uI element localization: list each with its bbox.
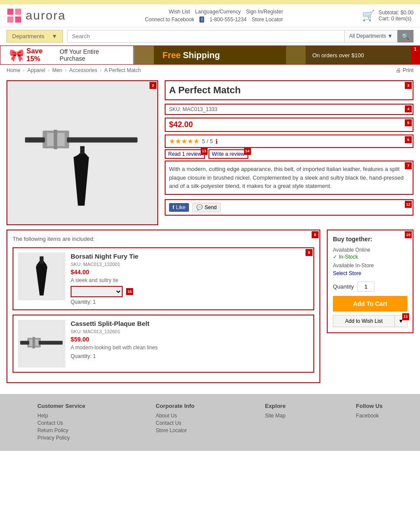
add-wish-list-button[interactable]: Add to Wish List xyxy=(333,315,395,327)
search-button[interactable]: 🔍 xyxy=(397,30,413,43)
svg-rect-22 xyxy=(20,341,29,345)
star-rating: ★★★★★ xyxy=(169,137,199,145)
print-button[interactable]: 🖨 Print xyxy=(396,67,413,73)
buy-together-badge: 10 xyxy=(405,231,412,238)
footer-corp-contact-link[interactable]: Contact Us xyxy=(156,420,195,426)
belt-svg xyxy=(18,320,65,368)
cart-area: 🛒 Subtotal: $0.00 Cart: 0 item(s) xyxy=(362,10,413,22)
print-icon: 🖨 xyxy=(396,67,401,73)
belt-name: Cassetti Split-Plaque Belt xyxy=(71,320,309,327)
tie-size-select[interactable] xyxy=(71,286,123,297)
main-content: 2 3 A Perfect Match xyxy=(0,76,420,230)
tie-price: $44.00 xyxy=(71,269,309,276)
promo-divider-left xyxy=(134,46,154,64)
footer-follow-heading: Follow Us xyxy=(356,403,382,409)
read-review-link[interactable]: Read 1 review xyxy=(165,149,205,159)
footer-about-link[interactable]: About Us xyxy=(156,413,195,419)
promo-free-text: Free xyxy=(163,50,181,60)
logo-icon xyxy=(7,8,22,23)
breadcrumb-home[interactable]: Home xyxy=(7,67,20,73)
info-icon[interactable]: ℹ xyxy=(215,138,218,145)
product-price: $42.00 xyxy=(169,120,193,129)
promo-banner: 🎀 Save 15% Off Your Entire Purchase Free… xyxy=(0,46,420,65)
price-area: 5 $42.00 xyxy=(165,118,413,132)
wish-list-area: Add to Wish List ▼ 11 xyxy=(333,315,407,327)
belt-price: $59.00 xyxy=(71,336,309,343)
tie-desc: A sleek and sultry tie xyxy=(71,277,309,283)
connect-facebook-link[interactable]: Connect to Facebook xyxy=(145,16,194,23)
footer-return-link[interactable]: Return Policy xyxy=(37,427,85,433)
tie-sku: SKU: MAC013_132001 xyxy=(71,262,309,267)
chevron-down-icon: ▼ xyxy=(52,33,57,39)
buy-together-title: Buy together: xyxy=(333,236,407,243)
add-to-cart-button[interactable]: Add To Cart xyxy=(333,296,407,312)
svg-rect-21 xyxy=(39,341,62,345)
footer-explore-heading: Explore xyxy=(265,403,286,409)
top-strip xyxy=(0,0,420,4)
logo-area: aurora xyxy=(7,8,66,23)
breadcrumb: Home › Apparel › Men › Accessories › A P… xyxy=(0,65,420,76)
facebook-icon: f xyxy=(199,16,204,23)
ribbon-icon: 🎀 xyxy=(9,48,24,62)
item-belt-card: Cassetti Split-Plaque Belt SKU: MAC013_1… xyxy=(13,315,314,373)
breadcrumb-accessories[interactable]: Accessories xyxy=(69,67,98,73)
sign-in-link[interactable]: Sign In/Register xyxy=(246,9,283,15)
footer-privacy-link[interactable]: Privacy Policy xyxy=(37,435,85,441)
quantity-input[interactable] xyxy=(357,282,374,292)
promo-left: 🎀 Save 15% Off Your Entire Purchase xyxy=(0,46,134,64)
product-image-svg xyxy=(7,81,157,224)
belt-image xyxy=(18,320,65,368)
breadcrumb-apparel[interactable]: Apparel xyxy=(27,67,45,73)
promo-orders-text: On orders over $100 xyxy=(312,52,364,59)
all-departments-select[interactable]: All Departments ▼ xyxy=(345,30,397,43)
header-right: Wish List Language/Currency Sign In/Regi… xyxy=(145,9,283,23)
image-num-badge: 2 xyxy=(150,82,156,89)
footer-sitemap-link[interactable]: Site Map xyxy=(265,413,286,419)
footer-corp-heading: Corporate Info xyxy=(156,403,195,409)
product-description: 7 With a modern, cutting edge appearance… xyxy=(165,161,413,195)
facebook-like-button[interactable]: f Like xyxy=(169,203,189,212)
departments-button[interactable]: Departments ▼ xyxy=(7,30,63,43)
cart-items: Cart: 0 item(s) xyxy=(378,16,413,22)
select-store-button[interactable]: Select Store xyxy=(333,270,407,276)
footer-facebook-link[interactable]: Facebook xyxy=(356,413,382,419)
item-tie-badge: 9 xyxy=(306,249,313,256)
tie-qty: Quantity: 1 xyxy=(71,299,309,305)
footer-help-link[interactable]: Help xyxy=(37,413,85,419)
footer-store-locator-link[interactable]: Store Locator xyxy=(156,427,195,433)
search-input[interactable] xyxy=(67,30,345,43)
wish-list-link[interactable]: Wish List xyxy=(169,9,190,15)
breadcrumb-current: A Perfect Match xyxy=(104,67,141,73)
tie-size-area: 15 xyxy=(71,286,309,297)
sku-badge: 4 xyxy=(405,105,412,112)
bottom-section: 8 The following items are included: 9 Bo… xyxy=(0,230,420,390)
rating-text: 5 / 5 xyxy=(202,138,213,144)
svg-rect-3 xyxy=(15,16,21,23)
svg-rect-16 xyxy=(40,256,44,264)
cart-icon: 🛒 xyxy=(362,10,375,22)
breadcrumb-links: Home › Apparel › Men › Accessories › A P… xyxy=(7,67,141,73)
sku-text: SKU: MAC013_1333 xyxy=(169,106,217,112)
product-title: A Perfect Match xyxy=(169,85,409,96)
title-badge: 3 xyxy=(405,82,412,89)
item-tie-info: Borsati Night Fury Tie SKU: MAC013_13200… xyxy=(71,253,309,305)
language-currency-link[interactable]: Language/Currency xyxy=(195,9,241,15)
header: aurora Wish List Language/Currency Sign … xyxy=(0,4,420,27)
sku-area: 4 SKU: MAC013_1333 xyxy=(165,104,413,115)
read-review-wrapper: Read 1 review 13 xyxy=(165,151,205,157)
send-icon: 💬 xyxy=(196,204,203,210)
promo-right: Free Shipping xyxy=(154,46,287,64)
store-locator-link[interactable]: Store Locator xyxy=(252,16,283,23)
product-image xyxy=(7,81,157,224)
write-review-link[interactable]: Write a review xyxy=(208,149,248,159)
svg-rect-2 xyxy=(7,16,13,23)
product-image-area: 2 xyxy=(7,80,158,225)
available-online-label: Available Online xyxy=(333,247,407,253)
in-stock-indicator: ✓ In-Stock xyxy=(333,254,407,260)
quantity-label: Quantity xyxy=(333,283,354,290)
footer-contact-link[interactable]: Contact Us xyxy=(37,420,85,426)
breadcrumb-men[interactable]: Men xyxy=(52,67,62,73)
facebook-send-button[interactable]: 💬 Send xyxy=(192,203,221,212)
promo-orders-area: On orders over $100 xyxy=(306,46,411,64)
footer-customer-service: Customer Service Help Contact Us Return … xyxy=(37,403,85,442)
